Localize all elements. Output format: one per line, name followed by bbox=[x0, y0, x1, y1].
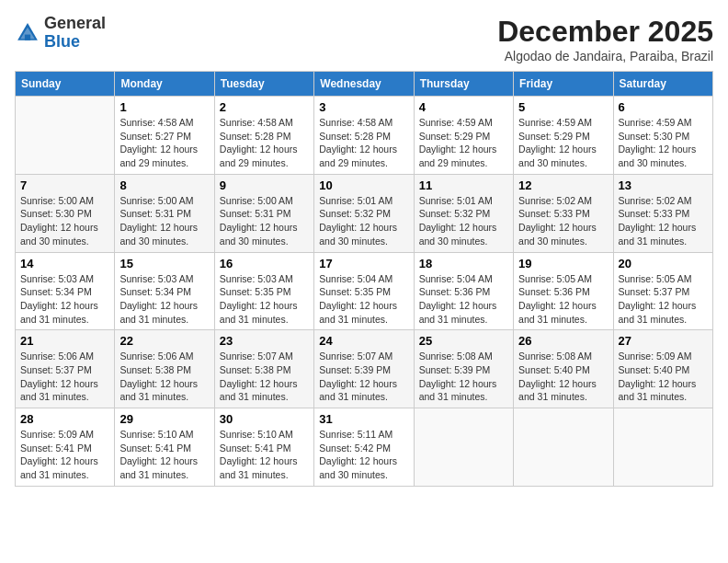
calendar-cell: 24Sunrise: 5:07 AM Sunset: 5:39 PM Dayli… bbox=[314, 330, 414, 408]
column-header-saturday: Saturday bbox=[613, 72, 712, 97]
day-detail: Sunrise: 5:01 AM Sunset: 5:32 PM Dayligh… bbox=[319, 194, 408, 248]
day-number: 29 bbox=[119, 412, 209, 426]
day-number: 8 bbox=[119, 178, 209, 192]
day-number: 15 bbox=[119, 257, 209, 270]
calendar-week-5: 28Sunrise: 5:09 AM Sunset: 5:41 PM Dayli… bbox=[16, 408, 713, 487]
calendar-cell: 7Sunrise: 5:00 AM Sunset: 5:30 PM Daylig… bbox=[16, 174, 115, 252]
svg-rect-2 bbox=[25, 34, 30, 40]
calendar-cell: 12Sunrise: 5:02 AM Sunset: 5:33 PM Dayli… bbox=[514, 174, 613, 252]
day-number: 21 bbox=[20, 334, 109, 348]
calendar-cell: 31Sunrise: 5:11 AM Sunset: 5:42 PM Dayli… bbox=[314, 408, 414, 487]
calendar-week-2: 7Sunrise: 5:00 AM Sunset: 5:30 PM Daylig… bbox=[16, 174, 713, 252]
day-number: 13 bbox=[619, 178, 708, 192]
calendar-cell bbox=[414, 408, 513, 487]
day-number: 16 bbox=[220, 257, 309, 270]
logo: General Blue bbox=[15, 15, 106, 52]
day-detail: Sunrise: 5:03 AM Sunset: 5:34 PM Dayligh… bbox=[119, 272, 209, 327]
day-number: 27 bbox=[619, 334, 708, 348]
column-header-thursday: Thursday bbox=[414, 72, 513, 97]
calendar-cell: 26Sunrise: 5:08 AM Sunset: 5:40 PM Dayli… bbox=[514, 330, 613, 408]
calendar-cell: 20Sunrise: 5:05 AM Sunset: 5:37 PM Dayli… bbox=[613, 252, 712, 330]
calendar-cell: 5Sunrise: 4:59 AM Sunset: 5:29 PM Daylig… bbox=[514, 97, 613, 175]
logo-general-text: General bbox=[44, 14, 106, 32]
day-detail: Sunrise: 5:09 AM Sunset: 5:40 PM Dayligh… bbox=[619, 350, 708, 404]
day-number: 30 bbox=[220, 412, 309, 426]
title-block: December 2025 Algodao de Jandaira, Parai… bbox=[497, 15, 713, 63]
day-detail: Sunrise: 5:08 AM Sunset: 5:40 PM Dayligh… bbox=[518, 350, 608, 404]
calendar-cell bbox=[514, 408, 613, 487]
calendar-week-1: 1Sunrise: 4:58 AM Sunset: 5:27 PM Daylig… bbox=[16, 97, 713, 175]
day-detail: Sunrise: 5:00 AM Sunset: 5:30 PM Dayligh… bbox=[20, 194, 109, 248]
day-detail: Sunrise: 5:02 AM Sunset: 5:33 PM Dayligh… bbox=[518, 194, 608, 248]
calendar-cell: 21Sunrise: 5:06 AM Sunset: 5:37 PM Dayli… bbox=[16, 330, 115, 408]
day-number: 17 bbox=[319, 257, 408, 270]
day-detail: Sunrise: 5:05 AM Sunset: 5:36 PM Dayligh… bbox=[518, 272, 608, 327]
calendar-cell: 23Sunrise: 5:07 AM Sunset: 5:38 PM Dayli… bbox=[214, 330, 313, 408]
calendar-cell: 29Sunrise: 5:10 AM Sunset: 5:41 PM Dayli… bbox=[115, 408, 214, 487]
day-detail: Sunrise: 5:00 AM Sunset: 5:31 PM Dayligh… bbox=[119, 194, 209, 248]
calendar-cell: 4Sunrise: 4:59 AM Sunset: 5:29 PM Daylig… bbox=[414, 97, 513, 175]
day-detail: Sunrise: 5:06 AM Sunset: 5:37 PM Dayligh… bbox=[20, 350, 109, 404]
day-detail: Sunrise: 5:04 AM Sunset: 5:36 PM Dayligh… bbox=[419, 272, 508, 327]
page-header: General Blue December 2025 Algodao de Ja… bbox=[15, 15, 713, 63]
day-number: 2 bbox=[220, 100, 309, 114]
day-number: 9 bbox=[220, 178, 309, 192]
day-detail: Sunrise: 5:05 AM Sunset: 5:37 PM Dayligh… bbox=[619, 272, 708, 327]
day-number: 28 bbox=[20, 412, 109, 426]
day-detail: Sunrise: 5:08 AM Sunset: 5:39 PM Dayligh… bbox=[419, 350, 508, 404]
day-detail: Sunrise: 4:58 AM Sunset: 5:28 PM Dayligh… bbox=[220, 116, 309, 170]
column-header-tuesday: Tuesday bbox=[214, 72, 313, 97]
day-detail: Sunrise: 5:09 AM Sunset: 5:41 PM Dayligh… bbox=[20, 428, 109, 482]
day-detail: Sunrise: 4:59 AM Sunset: 5:29 PM Dayligh… bbox=[419, 116, 508, 170]
day-number: 5 bbox=[518, 100, 608, 114]
day-detail: Sunrise: 5:00 AM Sunset: 5:31 PM Dayligh… bbox=[220, 194, 309, 248]
calendar-week-3: 14Sunrise: 5:03 AM Sunset: 5:34 PM Dayli… bbox=[16, 252, 713, 330]
day-number: 7 bbox=[20, 178, 109, 192]
day-number: 1 bbox=[119, 100, 209, 114]
day-detail: Sunrise: 5:04 AM Sunset: 5:35 PM Dayligh… bbox=[319, 272, 408, 327]
day-detail: Sunrise: 5:11 AM Sunset: 5:42 PM Dayligh… bbox=[319, 428, 408, 482]
day-detail: Sunrise: 5:07 AM Sunset: 5:39 PM Dayligh… bbox=[319, 350, 408, 404]
calendar-cell: 17Sunrise: 5:04 AM Sunset: 5:35 PM Dayli… bbox=[314, 252, 414, 330]
calendar-cell: 1Sunrise: 4:58 AM Sunset: 5:27 PM Daylig… bbox=[115, 97, 214, 175]
day-number: 14 bbox=[20, 257, 109, 270]
column-header-wednesday: Wednesday bbox=[314, 72, 414, 97]
day-detail: Sunrise: 5:06 AM Sunset: 5:38 PM Dayligh… bbox=[119, 350, 209, 404]
day-number: 6 bbox=[619, 100, 708, 114]
calendar-cell: 18Sunrise: 5:04 AM Sunset: 5:36 PM Dayli… bbox=[414, 252, 513, 330]
calendar-cell: 27Sunrise: 5:09 AM Sunset: 5:40 PM Dayli… bbox=[613, 330, 712, 408]
calendar-cell: 19Sunrise: 5:05 AM Sunset: 5:36 PM Dayli… bbox=[514, 252, 613, 330]
calendar-cell: 30Sunrise: 5:10 AM Sunset: 5:41 PM Dayli… bbox=[214, 408, 313, 487]
day-detail: Sunrise: 4:58 AM Sunset: 5:27 PM Dayligh… bbox=[119, 116, 209, 170]
day-number: 31 bbox=[319, 412, 408, 426]
day-number: 18 bbox=[419, 257, 508, 270]
day-detail: Sunrise: 5:02 AM Sunset: 5:33 PM Dayligh… bbox=[619, 194, 708, 248]
calendar-cell: 22Sunrise: 5:06 AM Sunset: 5:38 PM Dayli… bbox=[115, 330, 214, 408]
day-detail: Sunrise: 4:58 AM Sunset: 5:28 PM Dayligh… bbox=[319, 116, 408, 170]
calendar-header-row: SundayMondayTuesdayWednesdayThursdayFrid… bbox=[16, 72, 713, 97]
day-number: 23 bbox=[220, 334, 309, 348]
day-detail: Sunrise: 5:07 AM Sunset: 5:38 PM Dayligh… bbox=[220, 350, 309, 404]
logo-blue-text: Blue bbox=[44, 32, 80, 51]
calendar-cell: 2Sunrise: 4:58 AM Sunset: 5:28 PM Daylig… bbox=[214, 97, 313, 175]
calendar-cell: 8Sunrise: 5:00 AM Sunset: 5:31 PM Daylig… bbox=[115, 174, 214, 252]
day-detail: Sunrise: 5:10 AM Sunset: 5:41 PM Dayligh… bbox=[119, 428, 209, 482]
day-number: 20 bbox=[619, 257, 708, 270]
day-detail: Sunrise: 4:59 AM Sunset: 5:30 PM Dayligh… bbox=[619, 116, 708, 170]
day-detail: Sunrise: 4:59 AM Sunset: 5:29 PM Dayligh… bbox=[518, 116, 608, 170]
calendar-cell: 16Sunrise: 5:03 AM Sunset: 5:35 PM Dayli… bbox=[214, 252, 313, 330]
day-detail: Sunrise: 5:03 AM Sunset: 5:35 PM Dayligh… bbox=[220, 272, 309, 327]
calendar-cell: 9Sunrise: 5:00 AM Sunset: 5:31 PM Daylig… bbox=[214, 174, 313, 252]
calendar-cell: 11Sunrise: 5:01 AM Sunset: 5:32 PM Dayli… bbox=[414, 174, 513, 252]
calendar-cell: 15Sunrise: 5:03 AM Sunset: 5:34 PM Dayli… bbox=[115, 252, 214, 330]
calendar-cell: 3Sunrise: 4:58 AM Sunset: 5:28 PM Daylig… bbox=[314, 97, 414, 175]
day-detail: Sunrise: 5:01 AM Sunset: 5:32 PM Dayligh… bbox=[419, 194, 508, 248]
month-year-title: December 2025 bbox=[497, 15, 713, 49]
day-number: 12 bbox=[518, 178, 608, 192]
calendar-cell bbox=[16, 97, 115, 175]
calendar-cell: 6Sunrise: 4:59 AM Sunset: 5:30 PM Daylig… bbox=[613, 97, 712, 175]
calendar-week-4: 21Sunrise: 5:06 AM Sunset: 5:37 PM Dayli… bbox=[16, 330, 713, 408]
day-number: 11 bbox=[419, 178, 508, 192]
day-number: 3 bbox=[319, 100, 408, 114]
calendar-cell bbox=[613, 408, 712, 487]
